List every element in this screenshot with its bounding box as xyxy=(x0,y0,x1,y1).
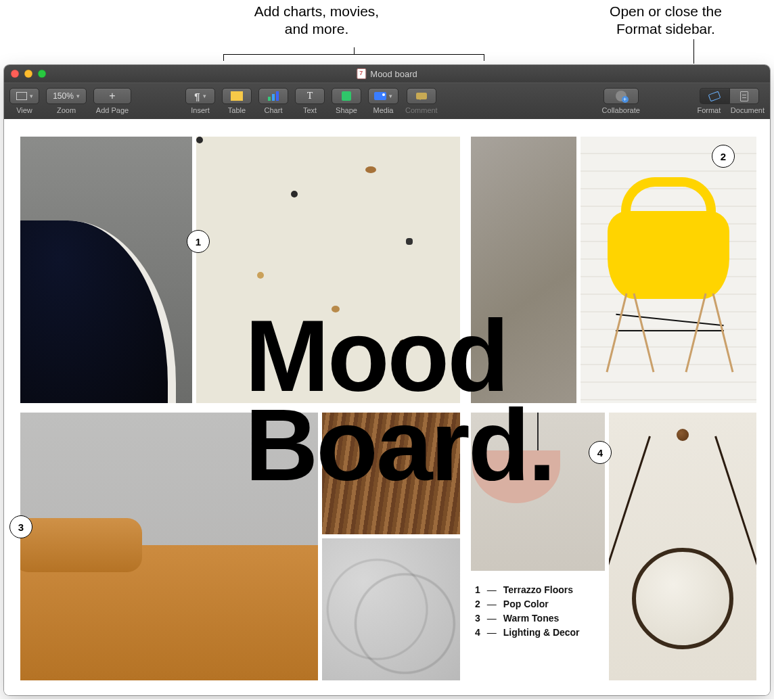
chevron-down-icon: ▾ xyxy=(389,93,392,99)
callout-insert-objects: Add charts, movies, and more. xyxy=(195,3,438,39)
document-canvas[interactable]: Mood Board. 1 2 3 4 1 — Terrazzo Floors … xyxy=(4,119,770,695)
view-icon xyxy=(16,92,27,100)
image-yellow-chair[interactable] xyxy=(580,137,756,403)
legend-text-box[interactable]: 1 — Terrazzo Floors 2 — Pop Color 3 — Wa… xyxy=(471,578,605,645)
image-grey-fur[interactable] xyxy=(322,538,460,680)
window-controls xyxy=(11,70,46,78)
legend-row: 3 — Warm Tones xyxy=(475,611,601,626)
view-label: View xyxy=(16,106,32,114)
collaborate-button[interactable] xyxy=(604,88,639,104)
chart-group: Chart xyxy=(258,88,288,114)
app-window: Mood board ▾ View 150%▾ Zoom + Add Page … xyxy=(4,65,770,695)
callout-format-sidebar: Open or close the Format sidebar. xyxy=(578,3,754,39)
chevron-down-icon: ▾ xyxy=(76,93,80,99)
plus-icon: + xyxy=(109,91,115,101)
callout-pointer-icon xyxy=(693,39,694,64)
toolbar: ▾ View 150%▾ Zoom + Add Page ¶▾ Insert xyxy=(4,83,770,119)
zoom-value: 150% xyxy=(53,91,74,101)
text-button[interactable]: T xyxy=(295,88,325,104)
marker-4[interactable]: 4 xyxy=(589,441,612,464)
collaborate-group: Collaborate xyxy=(602,88,640,114)
format-label: Format xyxy=(694,106,724,114)
zoom-group: 150%▾ Zoom xyxy=(46,88,87,114)
view-button[interactable]: ▾ xyxy=(9,88,39,104)
marker-2[interactable]: 2 xyxy=(712,145,735,168)
text-icon: T xyxy=(307,91,313,101)
table-label: Table xyxy=(228,106,246,114)
image-round-mirror[interactable] xyxy=(609,413,756,680)
zoom-button[interactable]: 150%▾ xyxy=(46,88,87,104)
document-button[interactable] xyxy=(729,88,759,104)
insert-group: ¶▾ Insert xyxy=(185,88,215,114)
comment-group: Comment xyxy=(405,88,438,114)
insert-label: Insert xyxy=(191,106,210,114)
text-group: T Text xyxy=(295,88,325,114)
text-label: Text xyxy=(303,106,317,114)
shape-group: Shape xyxy=(332,88,361,114)
add-page-group: + Add Page xyxy=(93,88,131,114)
chart-button[interactable] xyxy=(258,88,288,104)
comment-label: Comment xyxy=(405,106,438,114)
collaborate-icon xyxy=(616,91,627,101)
callout-bracket-icon xyxy=(223,47,484,62)
titlebar: Mood board xyxy=(4,65,770,83)
media-group: ▾ Media xyxy=(368,88,399,114)
zoom-label: Zoom xyxy=(57,106,76,114)
legend-row: 1 — Terrazzo Floors xyxy=(475,583,601,597)
title-text-box[interactable]: Mood Board. xyxy=(245,311,554,490)
table-group: Table xyxy=(222,88,252,114)
table-button[interactable] xyxy=(222,88,252,104)
shape-button[interactable] xyxy=(332,88,361,104)
help-callouts: Add charts, movies, and more. Open or cl… xyxy=(0,0,774,65)
marker-1[interactable]: 1 xyxy=(187,230,210,253)
table-icon xyxy=(231,91,243,101)
document-label: Document xyxy=(731,106,765,114)
format-button[interactable] xyxy=(700,88,729,104)
document-icon xyxy=(357,68,366,79)
format-group: Format Document xyxy=(694,88,765,114)
insert-button[interactable]: ¶▾ xyxy=(185,88,215,104)
add-page-label: Add Page xyxy=(96,106,129,114)
image-dark-chair[interactable] xyxy=(20,137,192,403)
chart-label: Chart xyxy=(265,106,283,114)
minimize-window-button[interactable] xyxy=(24,70,32,78)
view-group: ▾ View xyxy=(9,88,39,114)
headline-line2: Board. xyxy=(245,388,554,502)
paragraph-icon: ¶ xyxy=(194,91,200,102)
comment-button[interactable] xyxy=(407,88,436,104)
media-label: Media xyxy=(373,106,394,114)
close-window-button[interactable] xyxy=(11,70,19,78)
media-icon xyxy=(374,92,386,100)
collaborate-label: Collaborate xyxy=(602,106,640,114)
window-title-text: Mood board xyxy=(370,69,417,79)
chart-icon xyxy=(268,91,279,101)
marker-3[interactable]: 3 xyxy=(9,515,32,538)
shape-icon xyxy=(342,91,351,101)
add-page-button[interactable]: + xyxy=(93,88,131,104)
legend-row: 4 — Lighting & Decor xyxy=(475,626,601,640)
media-button[interactable]: ▾ xyxy=(368,88,399,104)
format-brush-icon xyxy=(709,91,720,101)
legend-row: 2 — Pop Color xyxy=(475,597,601,611)
comment-icon xyxy=(416,93,427,99)
shape-label: Shape xyxy=(336,106,357,114)
fullscreen-window-button[interactable] xyxy=(38,70,46,78)
document-settings-icon xyxy=(740,91,748,101)
chevron-down-icon: ▾ xyxy=(30,93,33,99)
window-title: Mood board xyxy=(357,68,417,79)
chevron-down-icon: ▾ xyxy=(203,93,206,99)
